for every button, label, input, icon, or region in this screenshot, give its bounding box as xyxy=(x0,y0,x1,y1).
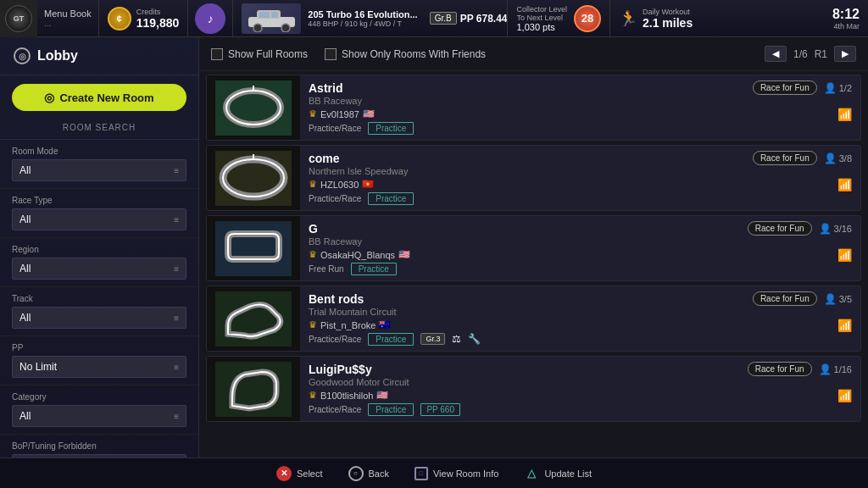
flag-3: 🇺🇸 xyxy=(398,249,410,260)
filter-track-select[interactable]: All ≡ xyxy=(12,307,186,329)
create-room-icon: ◎ xyxy=(44,91,54,104)
room-right-4: Race for Fun 👤 3/5 xyxy=(753,291,852,306)
music-button[interactable]: ♪ xyxy=(195,3,225,34)
room-card-1[interactable]: Astrid Race for Fun 👤 1/2 BB Raceway ♛ xyxy=(206,75,861,141)
car-thumbnail xyxy=(242,3,301,34)
collector-pts: 1,030 pts xyxy=(516,22,567,32)
room-right-1: Race for Fun 👤 1/2 xyxy=(753,80,852,95)
room-top-5: LuigiPu$$y Race for Fun 👤 1/16 xyxy=(309,362,852,376)
race-type-4: Race for Fun xyxy=(753,291,817,306)
room-top-4: Bent rods Race for Fun 👤 3/5 xyxy=(309,291,852,306)
filter-race-type-select[interactable]: All ≡ xyxy=(12,208,186,230)
svg-rect-4 xyxy=(259,12,270,18)
checkbox-friends-rooms-label: Show Only Rooms With Friends xyxy=(342,48,486,60)
square-button-icon: □ xyxy=(415,467,428,480)
collector-section: Collector Level To Next Level 1,030 pts … xyxy=(507,0,609,36)
filter-region-select[interactable]: All ≡ xyxy=(12,258,186,280)
room-card-3[interactable]: G Race for Fun 👤 3/16 BB Raceway ♛ xyxy=(206,215,861,281)
collector-info: Collector Level To Next Level 1,030 pts xyxy=(516,5,567,32)
player-count-value-3: 3/16 xyxy=(834,224,852,234)
race-mode-3: Free Run xyxy=(309,264,344,274)
room-host-4: ♛ Pist_n_Broke 🇦🇺 xyxy=(309,319,391,330)
room-bottom-1: Practice/Race Practice xyxy=(309,122,852,135)
x-button-icon: ✕ xyxy=(276,466,292,481)
room-bottom-3: Free Run Practice xyxy=(309,263,852,275)
credits-label: Credits xyxy=(136,8,180,16)
filter-bop-label: BoP/Tuning Forbidden xyxy=(12,441,186,451)
checkbox-full-rooms[interactable]: Show Full Rooms xyxy=(211,48,308,60)
sidebar: ◎ Lobby ◎ Create New Room ROOM SEARCH Ro… xyxy=(0,37,199,488)
page-next-button[interactable]: ▶ xyxy=(834,46,856,62)
player-icon-4: 👤 xyxy=(824,293,837,305)
filter-pp-select[interactable]: No Limit ≡ xyxy=(12,356,186,378)
workout-info: Daily Workout 2.1 miles xyxy=(643,8,693,30)
page-prev-button[interactable]: ◀ xyxy=(765,46,787,62)
room-name-5: LuigiPu$$y xyxy=(309,363,372,376)
room-card-5[interactable]: LuigiPu$$y Race for Fun 👤 1/16 Goodwood … xyxy=(206,356,861,422)
select-button[interactable]: ✕ Select xyxy=(276,466,323,481)
player-icon-1: 👤 xyxy=(824,82,837,94)
race-mode-5: Practice/Race xyxy=(309,405,361,414)
car-section: 205 Turbo 16 Evolution... 448 BHP / 910 … xyxy=(232,0,426,36)
rooms-list: Astrid Race for Fun 👤 1/2 BB Raceway ♛ xyxy=(199,71,868,488)
lobby-header: ◎ Lobby xyxy=(0,37,198,75)
filter-track: Track All ≡ xyxy=(0,287,198,336)
credits-section: ¢ Credits 119,880 xyxy=(98,0,189,36)
flag-4: 🇦🇺 xyxy=(379,319,391,330)
checkbox-full-rooms-box[interactable] xyxy=(211,48,223,60)
crown-icon-4: ♛ xyxy=(309,319,317,330)
player-count-3: 👤 3/16 xyxy=(819,223,852,235)
create-room-button[interactable]: ◎ Create New Room xyxy=(12,84,186,111)
flag-1: 🇺🇸 xyxy=(363,108,375,119)
circle-button-icon: ○ xyxy=(348,466,364,481)
filter-room-mode: Room Mode All ≡ xyxy=(0,140,198,189)
signal-icon-5: 📶 xyxy=(837,389,852,402)
filter-category-select[interactable]: All ≡ xyxy=(12,405,186,427)
update-list-button[interactable]: △ Update List xyxy=(524,466,592,481)
room-thumb-3 xyxy=(207,216,300,280)
player-count-value-5: 1/16 xyxy=(834,364,852,374)
page-r1-label: R1 xyxy=(815,48,827,60)
workout-section: 🏃 Daily Workout 2.1 miles xyxy=(609,0,701,36)
room-host-3: ♛ OsakaHQ_Blanqs 🇺🇸 xyxy=(309,249,410,260)
filter-pp-label: PP xyxy=(12,343,186,352)
race-mode-4: Practice/Race xyxy=(309,335,361,344)
room-thumb-4 xyxy=(207,286,300,351)
player-icon-5: 👤 xyxy=(819,363,832,375)
filter-track-label: Track xyxy=(12,294,186,303)
svg-point-2 xyxy=(253,24,262,32)
time-value: 8:12 xyxy=(832,7,860,22)
room-top-2: come Race for Fun 👤 3/8 xyxy=(309,151,852,165)
host-name-1: Ev0l1987 xyxy=(320,109,359,119)
room-info-1: Astrid Race for Fun 👤 1/2 BB Raceway ♛ xyxy=(300,75,860,140)
room-card-2[interactable]: come Race for Fun 👤 3/8 Northern Isle Sp… xyxy=(206,145,861,211)
grade-badge: Gr.B xyxy=(430,12,457,25)
workout-value: 2.1 miles xyxy=(643,16,693,30)
workout-label: Daily Workout xyxy=(643,8,693,16)
credits-coin-icon: ¢ xyxy=(108,7,131,30)
back-label: Back xyxy=(369,469,389,479)
room-host-1: ♛ Ev0l1987 🇺🇸 xyxy=(309,108,375,119)
filter-room-mode-select[interactable]: All ≡ xyxy=(12,159,186,181)
filter-race-type-label: Race Type xyxy=(12,196,186,205)
wrench-icon-4: 🔧 xyxy=(468,333,481,345)
signal-icon-2: 📶 xyxy=(837,178,852,191)
checkbox-friends-rooms[interactable]: Show Only Rooms With Friends xyxy=(325,48,486,60)
collector-label: Collector Level xyxy=(516,5,567,14)
view-room-label: View Room Info xyxy=(433,469,498,479)
room-right-3: Race for Fun 👤 3/16 xyxy=(748,221,852,236)
filter-room-mode-label: Room Mode xyxy=(12,147,186,156)
scale-icon-4: ⚖ xyxy=(452,333,461,345)
view-room-button[interactable]: □ View Room Info xyxy=(415,467,498,480)
room-track-5: Goodwood Motor Circuit xyxy=(309,377,852,387)
room-card-4[interactable]: Bent rods Race for Fun 👤 3/5 Trial Mount… xyxy=(206,286,861,352)
race-mode-2: Practice/Race xyxy=(309,194,361,203)
create-room-label: Create New Room xyxy=(59,92,153,104)
checkbox-friends-rooms-box[interactable] xyxy=(325,48,337,60)
race-mode-1: Practice/Race xyxy=(309,124,361,133)
room-bottom-4: Practice/Race Practice Gr.3 ⚖ 🔧 xyxy=(309,333,852,346)
update-label: Update List xyxy=(544,469,592,479)
filter-region: Region All ≡ xyxy=(0,238,198,287)
back-button[interactable]: ○ Back xyxy=(348,466,389,481)
collector-sublabel: To Next Level xyxy=(516,14,567,22)
